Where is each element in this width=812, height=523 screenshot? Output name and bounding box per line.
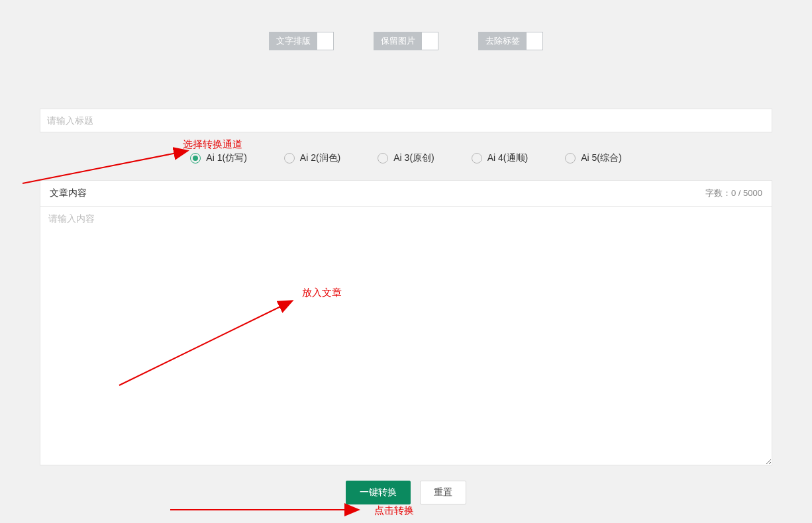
radio-label: Ai 2(润色)	[300, 152, 340, 164]
toolbar: 文字排版 保留图片 去除标签	[0, 0, 812, 50]
char-count-value: 0 / 5000	[731, 188, 762, 198]
radio-ai4[interactable]: Ai 4(通顺)	[472, 152, 528, 164]
radio-ai3[interactable]: Ai 3(原创)	[378, 152, 434, 164]
annotation-click-convert: 点击转换	[374, 504, 414, 517]
radio-ai5[interactable]: Ai 5(综合)	[565, 152, 621, 164]
content-header: 文章内容 字数：0 / 5000	[40, 180, 772, 206]
char-count: 字数：0 / 5000	[705, 187, 762, 199]
title-input[interactable]	[40, 109, 772, 132]
keep-image-checkbox[interactable]	[422, 32, 438, 50]
title-field-wrap	[40, 109, 772, 132]
channel-radio-group: Ai 1(仿写) Ai 2(润色) Ai 3(原创) Ai 4(通顺) Ai 5…	[40, 152, 772, 164]
text-layout-label: 文字排版	[270, 32, 317, 50]
radio-label: Ai 4(通顺)	[487, 152, 528, 164]
annotation-select-channel: 选择转换通道	[183, 138, 242, 151]
radio-label: Ai 1(仿写)	[206, 152, 246, 164]
remove-tag-toggle[interactable]: 去除标签	[478, 32, 543, 50]
remove-tag-checkbox[interactable]	[527, 32, 542, 50]
radio-circle-icon	[284, 153, 295, 164]
convert-button[interactable]: 一键转换	[346, 481, 411, 504]
radio-circle-icon	[565, 153, 576, 164]
radio-label: Ai 5(综合)	[581, 152, 621, 164]
radio-ai1[interactable]: Ai 1(仿写)	[190, 152, 246, 164]
text-layout-checkbox[interactable]	[317, 32, 333, 50]
remove-tag-label: 去除标签	[479, 32, 527, 50]
content-header-label: 文章内容	[50, 187, 87, 199]
keep-image-label: 保留图片	[374, 32, 422, 50]
char-count-prefix: 字数：	[705, 188, 731, 198]
radio-circle-icon	[190, 153, 201, 164]
keep-image-toggle[interactable]: 保留图片	[374, 32, 438, 50]
radio-circle-icon	[378, 153, 388, 164]
action-row: 一键转换 重置	[0, 481, 812, 504]
content-textarea[interactable]	[40, 206, 772, 465]
reset-button[interactable]: 重置	[420, 481, 466, 504]
radio-circle-icon	[472, 153, 482, 164]
radio-label: Ai 3(原创)	[393, 152, 434, 164]
text-layout-toggle[interactable]: 文字排版	[269, 32, 334, 50]
radio-ai2[interactable]: Ai 2(润色)	[284, 152, 340, 164]
